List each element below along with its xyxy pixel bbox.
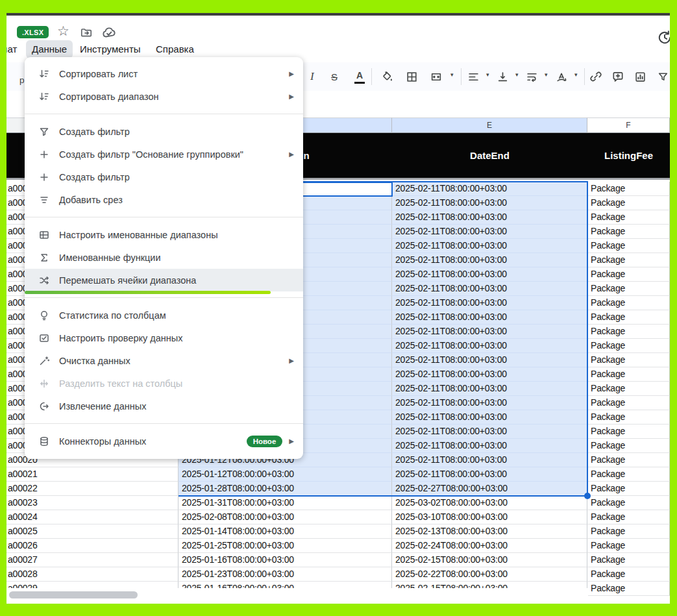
cell-d[interactable]: 2025-01-25T08:00:00+03:00 <box>178 539 392 553</box>
cell-f[interactable]: Package <box>587 439 670 453</box>
cell-f[interactable]: Package <box>587 353 670 367</box>
menu-item-create-filter-2[interactable]: Создать фильтр <box>25 166 303 188</box>
cell-e[interactable]: 2025-02-24T08:00:00+03:00 <box>392 539 587 553</box>
cell-e[interactable]: 2025-03-10T08:00:00+03:00 <box>392 510 587 524</box>
screen-border-left <box>0 0 6 616</box>
cell-f[interactable]: Package <box>587 210 670 225</box>
table-row: a000262025-01-25T08:00:00+03:002025-02-2… <box>6 539 670 553</box>
cell-e[interactable]: 2025-02-11T08:00:00+03:00 <box>392 253 587 267</box>
cell-e[interactable]: 2025-02-11T08:00:00+03:00 <box>392 453 587 467</box>
cell-e[interactable]: 2025-02-11T08:00:00+03:00 <box>392 225 587 239</box>
cell-a[interactable]: a00028 <box>6 567 178 582</box>
cell-d[interactable]: 2025-01-12T08:00:00+03:00 <box>178 467 392 482</box>
cell-a[interactable]: a00025 <box>6 524 178 539</box>
cell-f[interactable]: Package <box>587 239 670 253</box>
cell-f[interactable]: Package <box>587 182 670 196</box>
cell-e[interactable]: 2025-02-11T08:00:00+03:00 <box>392 396 587 410</box>
column-header-e[interactable]: E <box>392 117 587 133</box>
cell-e[interactable]: 2025-02-11T08:00:00+03:00 <box>392 382 587 396</box>
menu-item-data-extraction[interactable]: Извлечение данных <box>25 395 303 417</box>
cell-e[interactable]: 2025-02-11T08:00:00+03:00 <box>392 439 587 453</box>
cell-a[interactable]: a00026 <box>6 539 178 553</box>
cell-e[interactable]: 2025-02-11T08:00:00+03:00 <box>392 182 587 196</box>
menu-item-create-filter[interactable]: Создать фильтр <box>25 120 303 143</box>
cell-d[interactable]: 2025-01-31T08:00:00+03:00 <box>178 496 392 510</box>
cell-e[interactable]: 2025-02-13T08:00:00+03:00 <box>392 524 587 539</box>
cell-f[interactable]: Package <box>587 225 670 239</box>
cell-f[interactable]: Package <box>587 425 670 439</box>
cell-e[interactable]: 2025-02-11T08:00:00+03:00 <box>392 467 587 482</box>
cell-a[interactable]: a00021 <box>6 467 178 482</box>
menu-item-data-validation[interactable]: Настроить проверку данных <box>25 326 303 349</box>
cell-f[interactable]: Package <box>587 453 670 467</box>
menu-item-named-ranges[interactable]: Настроить именованные диапазоны <box>25 223 303 246</box>
cell-e[interactable]: 2025-02-11T08:00:00+03:00 <box>392 310 587 325</box>
cell-e[interactable]: 2025-02-27T08:00:00+03:00 <box>392 482 587 496</box>
horizontal-scrollbar-track[interactable] <box>6 588 588 604</box>
cell-d[interactable]: 2025-01-23T08:00:00+03:00 <box>178 567 392 582</box>
cell-d[interactable]: 2025-01-16T08:00:00+03:00 <box>178 553 392 567</box>
screen-border-bottom <box>0 604 677 616</box>
cell-f[interactable]: Package <box>587 482 670 496</box>
cell-a[interactable]: a00023 <box>6 496 178 510</box>
cell-e[interactable]: 2025-02-11T08:00:00+03:00 <box>392 267 587 282</box>
cell-f[interactable]: Package <box>587 282 670 296</box>
cell-f[interactable]: Package <box>587 567 670 582</box>
cell-f[interactable]: Package <box>587 296 670 310</box>
fill-handle[interactable] <box>584 493 591 499</box>
cell-f[interactable]: Package <box>587 539 670 553</box>
cell-f[interactable]: Package <box>587 467 670 482</box>
cell-a[interactable]: a00027 <box>6 553 178 567</box>
menu-item-randomize-range[interactable]: Перемешать ячейки диапазона <box>25 269 303 291</box>
cell-e[interactable]: 2025-02-11T08:00:00+03:00 <box>392 296 587 310</box>
menu-item-label: Настроить проверку данных <box>59 333 183 343</box>
cell-e[interactable]: 2025-02-11T08:00:00+03:00 <box>392 239 587 253</box>
cell-f[interactable]: Package <box>587 253 670 267</box>
cell-d[interactable]: 2025-01-28T08:00:00+03:00 <box>178 482 392 496</box>
cell-f[interactable]: Package <box>587 339 670 353</box>
cell-f[interactable]: Package <box>587 325 670 339</box>
cell-e[interactable]: 2025-02-11T08:00:00+03:00 <box>392 196 587 210</box>
header-cell-dateend[interactable]: DateEnd <box>392 133 587 180</box>
cell-f[interactable]: Package <box>587 496 670 510</box>
cell-e[interactable]: 2025-02-11T08:00:00+03:00 <box>392 282 587 296</box>
cell-d[interactable]: 2025-01-14T08:00:00+03:00 <box>178 524 392 539</box>
horizontal-scrollbar-thumb[interactable] <box>9 591 138 598</box>
cell-e[interactable]: 2025-02-11T08:00:00+03:00 <box>392 410 587 425</box>
cell-f[interactable]: Package <box>587 367 670 382</box>
menu-item-data-connectors[interactable]: Коннекторы данныхНовое▶ <box>25 430 303 452</box>
menu-item-create-group-filter[interactable]: Создать фильтр "Основание группировки"▶ <box>25 143 303 166</box>
cell-e[interactable]: 2025-02-11T08:00:00+03:00 <box>392 353 587 367</box>
cell-e[interactable]: 2025-02-11T08:00:00+03:00 <box>392 210 587 225</box>
menu-item-data-cleanup[interactable]: Очистка данных▶ <box>25 349 303 372</box>
cell-e[interactable]: 2025-02-11T08:00:00+03:00 <box>392 367 587 382</box>
selection-border-bottom <box>178 495 588 497</box>
cell-f[interactable]: Package <box>587 510 670 524</box>
column-header-f[interactable]: F <box>587 117 670 133</box>
cell-e[interactable]: 2025-03-02T08:00:00+03:00 <box>392 496 587 510</box>
cell-f[interactable]: Package <box>587 553 670 567</box>
cell-f[interactable]: Package <box>587 382 670 396</box>
cell-e[interactable]: 2025-02-11T08:00:00+03:00 <box>392 425 587 439</box>
cell-f[interactable]: Package <box>587 310 670 325</box>
cell-e[interactable]: 2025-02-11T08:00:00+03:00 <box>392 339 587 353</box>
cell-f[interactable]: Package <box>587 524 670 539</box>
cell-a[interactable]: a00024 <box>6 510 178 524</box>
header-cell-listingfee[interactable]: ListingFee <box>587 133 670 180</box>
menu-item-sort-range[interactable]: Сортировать диапазон▶ <box>25 85 303 108</box>
cell-f[interactable]: Package <box>587 396 670 410</box>
cell-f[interactable]: Package <box>587 410 670 425</box>
cell-e[interactable]: 2025-02-22T08:00:00+03:00 <box>392 567 587 582</box>
cell-f[interactable]: Package <box>587 267 670 282</box>
cell-e[interactable]: 2025-02-15T08:00:00+03:00 <box>392 553 587 567</box>
cell-f[interactable]: Package <box>587 582 670 596</box>
cell-e[interactable]: 2025-02-11T08:00:00+03:00 <box>392 325 587 339</box>
cell-a[interactable]: a00022 <box>6 482 178 496</box>
menu-item-named-functions[interactable]: Именованные функции <box>25 246 303 269</box>
menu-item-column-stats[interactable]: Статистика по столбцам <box>25 304 303 326</box>
menu-item-sort-sheet[interactable]: Сортировать лист▶ <box>25 62 303 85</box>
cell-d[interactable]: 2025-02-08T08:00:00+03:00 <box>178 510 392 524</box>
new-badge: Новое <box>247 436 283 447</box>
cell-f[interactable]: Package <box>587 196 670 210</box>
menu-item-add-slicer[interactable]: Добавить срез <box>25 188 303 211</box>
